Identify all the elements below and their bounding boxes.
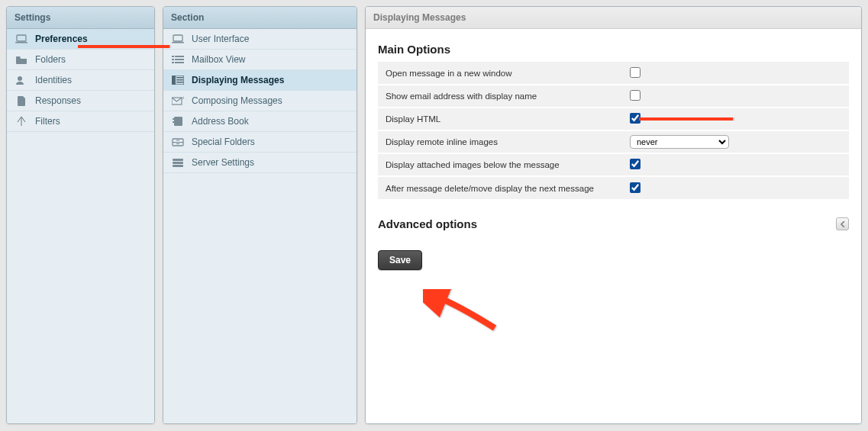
svg-rect-20 (173, 121, 174, 123)
option-row: Show email address with display name (378, 85, 849, 108)
option-select[interactable]: never (630, 135, 729, 149)
svg-rect-4 (172, 42, 184, 43)
svg-rect-12 (172, 76, 176, 85)
section-item-label: User Interface (192, 34, 249, 44)
chevron-left-icon (840, 221, 846, 227)
section-item-displaying-messages[interactable]: Displaying Messages (163, 70, 357, 91)
svg-rect-1 (15, 42, 27, 43)
option-label: Display HTML (378, 108, 622, 130)
section-item-label: Mailbox View (192, 54, 245, 65)
option-row: Display attached images below the messag… (378, 153, 849, 176)
option-checkbox[interactable] (630, 159, 641, 169)
section-item-user-interface[interactable]: User Interface (163, 29, 357, 50)
section-item-label: Address Book (192, 116, 249, 127)
laptop-icon (15, 34, 28, 44)
svg-rect-26 (173, 162, 183, 164)
settings-item-preferences[interactable]: Preferences (7, 29, 154, 50)
svg-rect-0 (17, 35, 26, 41)
folder-icon (15, 54, 28, 65)
section-item-label: Composing Messages (192, 95, 282, 106)
section-panel: Section User InterfaceMailbox ViewDispla… (163, 6, 357, 424)
layout-icon (171, 75, 185, 85)
settings-item-label: Responses (35, 95, 81, 106)
svg-rect-13 (176, 77, 183, 79)
settings-item-identities[interactable]: Identities (7, 70, 154, 91)
settings-item-responses[interactable]: Responses (7, 91, 154, 111)
option-label: Display attached images below the messag… (378, 153, 622, 176)
svg-rect-9 (172, 62, 174, 63)
main-options-title: Main Options (378, 43, 849, 56)
svg-rect-22 (173, 142, 183, 143)
section-item-server-settings[interactable]: Server Settings (163, 153, 357, 173)
list-icon (171, 54, 185, 65)
option-label: After message delete/move display the ne… (378, 176, 622, 199)
svg-rect-23 (176, 140, 179, 141)
laptop-icon (171, 34, 185, 44)
section-item-mailbox-view[interactable]: Mailbox View (163, 50, 357, 70)
svg-point-2 (18, 76, 22, 81)
svg-rect-19 (173, 118, 174, 120)
svg-rect-3 (173, 35, 182, 41)
option-label: Display remote inline images (378, 130, 622, 153)
section-header: Section (163, 7, 357, 29)
advanced-expander[interactable] (836, 217, 849, 230)
option-checkbox[interactable] (630, 67, 641, 78)
settings-item-label: Identities (35, 75, 72, 85)
option-checkbox[interactable] (630, 182, 641, 193)
options-table: Open message in a new windowShow email a… (378, 62, 849, 199)
compose-icon: + (171, 95, 185, 106)
document-icon (15, 95, 28, 106)
settings-item-label: Folders (35, 54, 66, 65)
svg-rect-24 (176, 143, 179, 144)
option-row: Display HTML (378, 108, 849, 130)
settings-item-filters[interactable]: Filters (7, 111, 154, 132)
svg-rect-27 (173, 165, 183, 167)
settings-item-folders[interactable]: Folders (7, 50, 154, 70)
save-button[interactable]: Save (378, 250, 422, 270)
svg-rect-7 (172, 59, 174, 60)
svg-rect-18 (174, 117, 182, 126)
svg-rect-5 (172, 56, 174, 57)
section-item-special-folders[interactable]: Special Folders (163, 132, 357, 153)
option-checkbox[interactable] (630, 90, 641, 101)
settings-item-label: Filters (35, 116, 60, 127)
option-row: After message delete/move display the ne… (378, 176, 849, 199)
svg-rect-6 (175, 56, 184, 57)
settings-header: Settings (7, 7, 154, 29)
settings-item-label: Preferences (35, 34, 88, 44)
svg-text:+: + (182, 96, 184, 101)
advanced-options-title: Advanced options (378, 217, 477, 230)
section-item-label: Displaying Messages (192, 75, 284, 85)
section-item-label: Server Settings (192, 157, 254, 168)
svg-rect-14 (176, 79, 183, 81)
svg-rect-10 (175, 62, 184, 63)
main-header: Displaying Messages (366, 7, 861, 29)
identity-icon (15, 75, 28, 85)
option-label: Show email address with display name (378, 85, 622, 108)
server-icon (171, 157, 185, 168)
section-item-composing-messages[interactable]: +Composing Messages (163, 91, 357, 111)
svg-rect-15 (176, 82, 183, 83)
svg-rect-8 (175, 59, 184, 60)
svg-rect-25 (173, 159, 183, 161)
settings-panel: Settings PreferencesFoldersIdentitiesRes… (6, 6, 155, 424)
main-panel: Displaying Messages Main Options Open me… (365, 6, 862, 424)
addressbook-icon (171, 116, 185, 127)
option-checkbox[interactable] (630, 113, 641, 124)
drawer-icon (171, 137, 185, 147)
option-row: Open message in a new window (378, 62, 849, 85)
filter-icon (15, 116, 28, 127)
option-label: Open message in a new window (378, 62, 622, 85)
section-item-label: Special Folders (192, 137, 255, 147)
section-item-address-book[interactable]: Address Book (163, 111, 357, 132)
option-row: Display remote inline imagesnever (378, 130, 849, 153)
